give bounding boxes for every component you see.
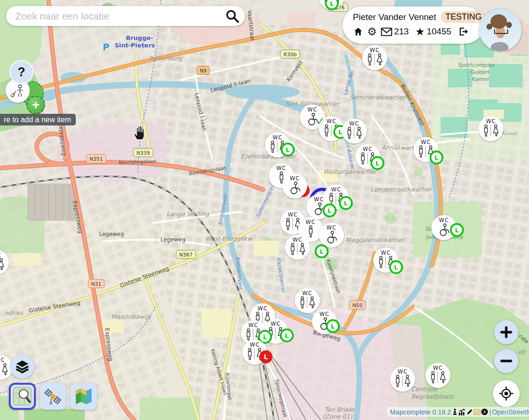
map-label: Sint-Pieters xyxy=(115,42,155,49)
basemap-osm-carto-button[interactable] xyxy=(9,383,36,410)
basemap-satellite-button[interactable] xyxy=(40,383,66,410)
marker-label: WC xyxy=(248,322,258,328)
zoom-in-button[interactable] xyxy=(494,320,518,344)
toilet-pictogram xyxy=(290,243,306,256)
search-icon[interactable] xyxy=(225,9,239,23)
attribution-bar: Mapcomplete 0.18.2 A | OpenStreetMap xyxy=(387,407,529,417)
changesets-count: 10455 xyxy=(427,26,451,37)
toilet-pictogram xyxy=(437,223,451,236)
osm-carto-logo-icon xyxy=(13,387,32,406)
toilet-marker-mf[interactable]: WC xyxy=(425,363,450,388)
toilet-marker-mf[interactable]: WC xyxy=(362,45,387,70)
toilet-marker-mf[interactable]: WCL xyxy=(242,340,267,365)
svg-text:N351: N351 xyxy=(89,156,103,162)
toilet-marker-wheel[interactable]: WCL xyxy=(312,309,337,334)
toilet-marker-mf[interactable]: WC xyxy=(478,116,503,141)
map-label: Lange Vesting xyxy=(166,210,209,217)
map-label: Gulden xyxy=(469,69,489,75)
toilet-marker-mf[interactable]: WC xyxy=(390,367,415,392)
marker-label: WC xyxy=(250,342,259,348)
layers-button[interactable] xyxy=(10,354,34,379)
map-label: Walburgakwartier xyxy=(324,168,378,175)
testing-badge: TESTING xyxy=(441,11,486,23)
app-version-link[interactable]: Mapcomplete 0.18.2 xyxy=(390,408,451,416)
geolocate-button[interactable] xyxy=(493,380,520,407)
road-badge: N50 xyxy=(350,301,366,309)
marker-label: WC xyxy=(307,107,317,112)
zoom-out-button[interactable] xyxy=(494,349,518,373)
road-badge: N31 xyxy=(88,280,105,288)
toilet-marker-mf[interactable]: WC xyxy=(295,288,320,313)
chart-icon[interactable] xyxy=(458,409,466,415)
toilet-pictogram xyxy=(324,0,340,6)
toilet-pictogram xyxy=(324,231,338,244)
toilet-pictogram xyxy=(378,256,394,269)
road-badge: N9 xyxy=(197,66,210,75)
svg-text:R30b: R30b xyxy=(284,52,297,58)
basemap-folded-map-button[interactable] xyxy=(70,383,97,410)
toilet-pictogram xyxy=(0,258,5,271)
marker-label: WC xyxy=(331,187,341,192)
toilet-marker-mf[interactable]: WCL xyxy=(265,132,290,158)
map-label: (Zone 01) xyxy=(323,413,353,420)
toilet-marker-mf[interactable]: WCL xyxy=(373,248,398,273)
toilet-pictogram xyxy=(317,317,331,330)
add-new-item-button[interactable]: + xyxy=(26,96,45,114)
search-input[interactable] xyxy=(14,10,225,22)
marker-label: WC xyxy=(363,146,372,152)
toilet-marker-wheel[interactable]: WC xyxy=(319,223,344,248)
map-label: Rustenburg xyxy=(150,55,182,62)
user-name: Pieter Vander Vennet xyxy=(353,12,436,22)
map-label: Seminariekwartier xyxy=(350,94,406,101)
statue-icon[interactable] xyxy=(452,408,458,415)
marker-label: WC xyxy=(326,118,336,124)
toilet-pictogram xyxy=(305,113,319,126)
location-search-bar[interactable] xyxy=(6,6,245,26)
map-label: Manitobawijk xyxy=(111,313,152,320)
map-label: Sportcomplex xyxy=(457,62,495,68)
messages-count: 213 xyxy=(394,26,409,37)
toilet-marker-mf[interactable]: WC xyxy=(342,118,367,144)
toilet-marker-mf[interactable]: WCL xyxy=(319,116,344,141)
marker-label: WC xyxy=(290,176,299,181)
star-icon: ★ xyxy=(415,26,425,37)
map-label: P xyxy=(103,41,110,52)
toilet-marker-wheel[interactable]: WCL xyxy=(431,215,456,240)
toilet-marker-mf[interactable]: WC xyxy=(285,235,310,260)
svg-text:A: A xyxy=(483,410,486,414)
pencil-icon[interactable] xyxy=(466,408,473,415)
messages-envelope-icon[interactable] xyxy=(381,27,392,36)
image-icon[interactable] xyxy=(474,409,481,415)
marker-label: WC xyxy=(319,311,329,317)
user-panel: Pieter Vander Vennet TESTING ⚙ 213 ★ 104… xyxy=(343,7,484,44)
theme-wrench-icon xyxy=(10,83,26,98)
svg-text:N9: N9 xyxy=(199,68,206,74)
logout-icon[interactable] xyxy=(458,26,469,37)
openstreetmap-link[interactable]: OpenStreetMap xyxy=(492,408,529,416)
crosshair-target-icon xyxy=(498,386,514,401)
avatar[interactable] xyxy=(479,9,522,51)
toilet-pictogram xyxy=(299,296,316,309)
map-label: Ten Briele xyxy=(324,406,355,413)
marker-label: WC xyxy=(276,165,286,171)
home-icon[interactable] xyxy=(353,26,364,37)
separator: | xyxy=(489,408,491,416)
osm-mini-logo-icon[interactable]: A xyxy=(481,408,488,415)
folded-map-icon xyxy=(74,387,93,406)
settings-gear-icon[interactable]: ⚙ xyxy=(367,26,377,37)
help-button[interactable]: ? xyxy=(10,61,33,83)
toilet-marker-wheel[interactable]: WCL xyxy=(306,194,331,219)
toilet-pictogram xyxy=(395,375,411,387)
marker-label: WC xyxy=(381,250,390,256)
toilet-marker-mf[interactable]: WCL xyxy=(355,144,380,169)
toilet-marker-mf[interactable]: WCL xyxy=(263,319,288,344)
marker-label: WC xyxy=(258,306,267,311)
toilet-marker-mf[interactable]: WCL xyxy=(413,137,438,162)
marker-label: WC xyxy=(433,365,443,371)
marker-label: WC xyxy=(326,225,336,230)
plus-icon xyxy=(500,326,512,338)
map-label: ndries xyxy=(5,309,24,316)
toilet-marker-wheel[interactable]: WC xyxy=(282,173,307,198)
satellite-icon xyxy=(43,386,63,407)
svg-text:N50: N50 xyxy=(352,302,363,308)
